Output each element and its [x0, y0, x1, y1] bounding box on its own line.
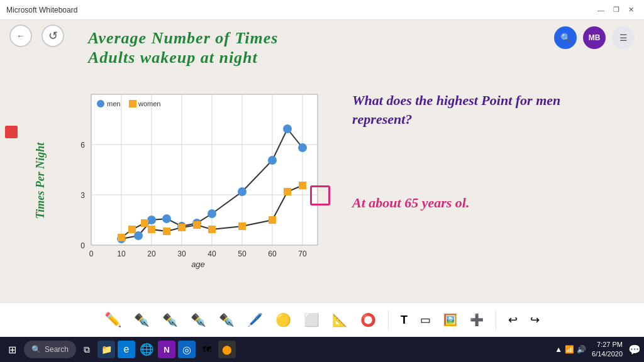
svg-rect-47	[208, 226, 216, 233]
task-view-button[interactable]: ⧉	[79, 338, 95, 361]
undo-icon: ↩	[508, 314, 518, 326]
svg-rect-51	[299, 182, 306, 189]
svg-text:0: 0	[80, 241, 85, 250]
pencil-blue-icon: ✒️	[162, 314, 178, 326]
notification-icon: ▲	[555, 345, 562, 354]
svg-rect-46	[193, 221, 201, 229]
refresh-button[interactable]: ↺	[42, 25, 64, 47]
refresh-icon: ↺	[48, 29, 58, 43]
task-view-icon: ⧉	[84, 344, 90, 355]
question-text: What does the highest Point for men repr…	[352, 91, 623, 128]
ruler-icon: 📐	[332, 314, 348, 326]
taskbar-file-explorer[interactable]: 📁	[97, 341, 115, 358]
svg-text:age: age	[191, 260, 205, 269]
svg-point-31	[147, 216, 156, 224]
tool-pencil-dark[interactable]: ✒️	[187, 311, 210, 329]
annotation-pink-box	[310, 185, 330, 206]
svg-text:men: men	[107, 100, 120, 107]
svg-point-36	[238, 187, 247, 196]
taskbar-search[interactable]: 🔍 Search	[24, 341, 76, 358]
tool-lasso[interactable]: ⭕	[357, 311, 380, 329]
back-icon: ←	[16, 31, 25, 41]
tool-undo[interactable]: ↩	[504, 312, 521, 328]
top-right-controls: 🔍 MB ☰	[554, 26, 635, 49]
chrome-icon: 🌐	[140, 343, 153, 356]
tool-ruler[interactable]: 📐	[328, 311, 352, 329]
svg-point-38	[283, 124, 292, 133]
svg-point-37	[268, 156, 277, 165]
add-icon: ➕	[470, 314, 484, 326]
tool-image[interactable]: 🖼️	[440, 312, 461, 328]
menu-button[interactable]: ☰	[612, 26, 635, 49]
network-icon: 📶	[565, 345, 574, 354]
svg-point-32	[162, 214, 171, 223]
taskbar-app7[interactable]: ⬤	[218, 341, 236, 358]
rectangle-icon: ▭	[420, 314, 431, 326]
back-button[interactable]: ←	[9, 25, 32, 47]
tool-text[interactable]: T	[397, 312, 411, 328]
eraser-icon: ⬜	[304, 314, 319, 326]
svg-text:3: 3	[80, 191, 85, 200]
tool-pencil-blue[interactable]: ✒️	[158, 311, 182, 329]
tool-pencil-light[interactable]: ✒️	[215, 311, 238, 329]
svg-rect-42	[141, 219, 148, 227]
taskbar-onenote[interactable]: N	[158, 341, 175, 358]
edge-icon: e	[124, 344, 130, 355]
taskbar-cortana[interactable]: ◎	[178, 341, 196, 358]
svg-rect-50	[284, 188, 291, 195]
windows-icon: ⊞	[8, 344, 16, 356]
svg-text:10: 10	[117, 250, 126, 258]
svg-text:women: women	[138, 100, 160, 107]
titlebar: Microsoft Whiteboard — ❐ ✕	[0, 0, 644, 20]
y-axis-label-container: Times Per Night	[25, 88, 57, 273]
pencil-white-icon: ✏️	[104, 313, 121, 327]
chart-title-line1: Average Number of Times	[88, 28, 278, 48]
tool-pencil-red[interactable]: ✒️	[130, 311, 153, 329]
marker-icon: 🖊️	[247, 314, 263, 326]
bottom-toolbar: ✏️ ✒️ ✒️ ✒️ ✒️ 🖊️ 🟡 ⬜ 📐 ⭕ T ▭ 🖼️ ➕ ↩ ↪	[0, 302, 644, 337]
svg-text:70: 70	[298, 250, 307, 258]
svg-rect-0	[91, 94, 318, 245]
tool-eraser[interactable]: ⬜	[300, 311, 323, 329]
svg-point-35	[208, 209, 216, 218]
svg-text:60: 60	[268, 250, 277, 258]
start-button[interactable]: ⊞	[3, 338, 21, 361]
tool-rectangle[interactable]: ▭	[416, 312, 435, 328]
taskbar-right-area: ▲ 📶 🔊 7:27 PM 6/14/2020 💬	[555, 340, 641, 359]
taskbar-maps[interactable]: 🗺	[198, 341, 216, 358]
svg-rect-48	[238, 222, 246, 230]
tool-add[interactable]: ➕	[466, 312, 487, 328]
svg-rect-45	[178, 224, 186, 231]
svg-text:40: 40	[208, 250, 216, 258]
restore-button[interactable]: ❐	[609, 4, 623, 15]
tool-marker[interactable]: 🖊️	[243, 311, 267, 329]
svg-text:0: 0	[89, 250, 94, 258]
svg-text:6: 6	[80, 141, 85, 150]
chart-area: 0 3 6 0 10 20 30 40 50 60 70 age men wom…	[57, 88, 327, 273]
taskbar-chrome[interactable]: 🌐	[138, 341, 155, 358]
highlighter-icon: 🟡	[275, 314, 291, 326]
svg-text:50: 50	[238, 250, 247, 258]
answer-content: At about 65 years ol.	[352, 195, 469, 211]
taskbar-edge[interactable]: e	[118, 341, 135, 358]
tool-pencil-white[interactable]: ✏️	[101, 310, 125, 329]
minimize-button[interactable]: —	[594, 4, 608, 15]
toolbar-separator-2	[496, 310, 496, 329]
svg-text:30: 30	[177, 250, 186, 258]
menu-icon: ☰	[619, 33, 628, 43]
user-avatar-button[interactable]: MB	[583, 26, 606, 49]
time-date-display[interactable]: 7:27 PM 6/14/2020	[589, 340, 626, 359]
svg-rect-27	[129, 100, 136, 107]
pencil-dark-icon: ✒️	[191, 314, 206, 326]
notifications-button[interactable]: 💬	[628, 344, 641, 356]
answer-text: At about 65 years ol.	[352, 195, 469, 211]
close-button[interactable]: ✕	[625, 4, 638, 15]
lasso-icon: ⭕	[360, 314, 376, 326]
svg-rect-49	[269, 216, 276, 224]
tool-highlighter[interactable]: 🟡	[272, 311, 295, 329]
tool-redo[interactable]: ↪	[526, 312, 543, 328]
search-icon-small: 🔍	[31, 345, 41, 354]
question-content: What does the highest Point for men repr…	[352, 92, 560, 127]
left-tool-indicator	[5, 126, 18, 138]
search-button[interactable]: 🔍	[554, 26, 577, 49]
